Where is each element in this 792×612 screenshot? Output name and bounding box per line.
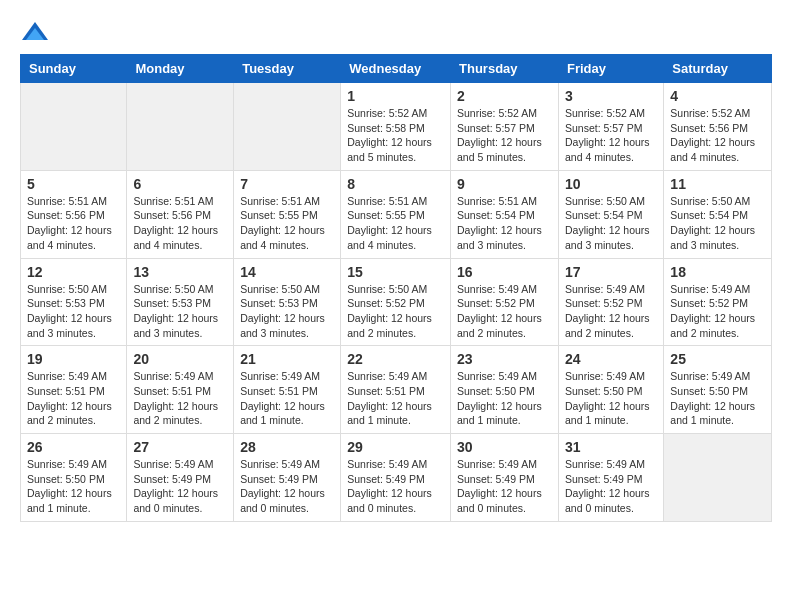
day-number: 6 bbox=[133, 176, 227, 192]
day-info: Sunrise: 5:52 AM Sunset: 5:58 PM Dayligh… bbox=[347, 106, 444, 165]
day-number: 1 bbox=[347, 88, 444, 104]
day-info: Sunrise: 5:50 AM Sunset: 5:52 PM Dayligh… bbox=[347, 282, 444, 341]
calendar-cell: 19Sunrise: 5:49 AM Sunset: 5:51 PM Dayli… bbox=[21, 346, 127, 434]
calendar-cell: 30Sunrise: 5:49 AM Sunset: 5:49 PM Dayli… bbox=[451, 434, 559, 522]
day-info: Sunrise: 5:52 AM Sunset: 5:57 PM Dayligh… bbox=[565, 106, 657, 165]
day-info: Sunrise: 5:49 AM Sunset: 5:50 PM Dayligh… bbox=[565, 369, 657, 428]
week-row-2: 5Sunrise: 5:51 AM Sunset: 5:56 PM Daylig… bbox=[21, 170, 772, 258]
day-number: 25 bbox=[670, 351, 765, 367]
logo-icon bbox=[20, 20, 50, 44]
day-number: 24 bbox=[565, 351, 657, 367]
weekday-header-wednesday: Wednesday bbox=[341, 55, 451, 83]
day-info: Sunrise: 5:49 AM Sunset: 5:51 PM Dayligh… bbox=[240, 369, 334, 428]
day-number: 3 bbox=[565, 88, 657, 104]
day-number: 30 bbox=[457, 439, 552, 455]
day-info: Sunrise: 5:49 AM Sunset: 5:50 PM Dayligh… bbox=[457, 369, 552, 428]
calendar-cell: 15Sunrise: 5:50 AM Sunset: 5:52 PM Dayli… bbox=[341, 258, 451, 346]
calendar-cell bbox=[234, 83, 341, 171]
calendar-cell: 3Sunrise: 5:52 AM Sunset: 5:57 PM Daylig… bbox=[558, 83, 663, 171]
calendar-cell: 9Sunrise: 5:51 AM Sunset: 5:54 PM Daylig… bbox=[451, 170, 559, 258]
day-info: Sunrise: 5:49 AM Sunset: 5:49 PM Dayligh… bbox=[240, 457, 334, 516]
day-number: 13 bbox=[133, 264, 227, 280]
day-info: Sunrise: 5:49 AM Sunset: 5:50 PM Dayligh… bbox=[670, 369, 765, 428]
calendar-cell bbox=[21, 83, 127, 171]
calendar-cell: 26Sunrise: 5:49 AM Sunset: 5:50 PM Dayli… bbox=[21, 434, 127, 522]
logo bbox=[20, 20, 54, 44]
day-number: 2 bbox=[457, 88, 552, 104]
day-info: Sunrise: 5:49 AM Sunset: 5:52 PM Dayligh… bbox=[565, 282, 657, 341]
day-number: 14 bbox=[240, 264, 334, 280]
day-number: 11 bbox=[670, 176, 765, 192]
day-info: Sunrise: 5:49 AM Sunset: 5:49 PM Dayligh… bbox=[457, 457, 552, 516]
calendar-cell: 7Sunrise: 5:51 AM Sunset: 5:55 PM Daylig… bbox=[234, 170, 341, 258]
day-info: Sunrise: 5:49 AM Sunset: 5:52 PM Dayligh… bbox=[457, 282, 552, 341]
calendar-cell: 4Sunrise: 5:52 AM Sunset: 5:56 PM Daylig… bbox=[664, 83, 772, 171]
day-info: Sunrise: 5:50 AM Sunset: 5:53 PM Dayligh… bbox=[27, 282, 120, 341]
header bbox=[20, 20, 772, 44]
calendar-cell: 20Sunrise: 5:49 AM Sunset: 5:51 PM Dayli… bbox=[127, 346, 234, 434]
calendar-cell: 14Sunrise: 5:50 AM Sunset: 5:53 PM Dayli… bbox=[234, 258, 341, 346]
calendar-cell: 24Sunrise: 5:49 AM Sunset: 5:50 PM Dayli… bbox=[558, 346, 663, 434]
day-info: Sunrise: 5:51 AM Sunset: 5:55 PM Dayligh… bbox=[240, 194, 334, 253]
calendar-cell: 22Sunrise: 5:49 AM Sunset: 5:51 PM Dayli… bbox=[341, 346, 451, 434]
calendar-cell: 29Sunrise: 5:49 AM Sunset: 5:49 PM Dayli… bbox=[341, 434, 451, 522]
day-number: 19 bbox=[27, 351, 120, 367]
day-info: Sunrise: 5:49 AM Sunset: 5:52 PM Dayligh… bbox=[670, 282, 765, 341]
day-number: 4 bbox=[670, 88, 765, 104]
calendar-cell: 21Sunrise: 5:49 AM Sunset: 5:51 PM Dayli… bbox=[234, 346, 341, 434]
calendar-cell: 11Sunrise: 5:50 AM Sunset: 5:54 PM Dayli… bbox=[664, 170, 772, 258]
week-row-1: 1Sunrise: 5:52 AM Sunset: 5:58 PM Daylig… bbox=[21, 83, 772, 171]
day-number: 28 bbox=[240, 439, 334, 455]
day-number: 12 bbox=[27, 264, 120, 280]
day-info: Sunrise: 5:52 AM Sunset: 5:56 PM Dayligh… bbox=[670, 106, 765, 165]
day-number: 16 bbox=[457, 264, 552, 280]
day-number: 22 bbox=[347, 351, 444, 367]
calendar-cell: 8Sunrise: 5:51 AM Sunset: 5:55 PM Daylig… bbox=[341, 170, 451, 258]
day-info: Sunrise: 5:49 AM Sunset: 5:51 PM Dayligh… bbox=[347, 369, 444, 428]
calendar-cell: 17Sunrise: 5:49 AM Sunset: 5:52 PM Dayli… bbox=[558, 258, 663, 346]
week-row-3: 12Sunrise: 5:50 AM Sunset: 5:53 PM Dayli… bbox=[21, 258, 772, 346]
calendar-cell: 6Sunrise: 5:51 AM Sunset: 5:56 PM Daylig… bbox=[127, 170, 234, 258]
day-number: 18 bbox=[670, 264, 765, 280]
weekday-header-tuesday: Tuesday bbox=[234, 55, 341, 83]
day-number: 20 bbox=[133, 351, 227, 367]
day-number: 26 bbox=[27, 439, 120, 455]
day-info: Sunrise: 5:49 AM Sunset: 5:49 PM Dayligh… bbox=[565, 457, 657, 516]
day-number: 5 bbox=[27, 176, 120, 192]
day-number: 8 bbox=[347, 176, 444, 192]
day-number: 23 bbox=[457, 351, 552, 367]
weekday-header-monday: Monday bbox=[127, 55, 234, 83]
day-number: 9 bbox=[457, 176, 552, 192]
calendar-cell: 2Sunrise: 5:52 AM Sunset: 5:57 PM Daylig… bbox=[451, 83, 559, 171]
weekday-header-saturday: Saturday bbox=[664, 55, 772, 83]
calendar-cell: 12Sunrise: 5:50 AM Sunset: 5:53 PM Dayli… bbox=[21, 258, 127, 346]
day-info: Sunrise: 5:52 AM Sunset: 5:57 PM Dayligh… bbox=[457, 106, 552, 165]
day-number: 7 bbox=[240, 176, 334, 192]
calendar-cell: 27Sunrise: 5:49 AM Sunset: 5:49 PM Dayli… bbox=[127, 434, 234, 522]
calendar-cell bbox=[664, 434, 772, 522]
day-info: Sunrise: 5:51 AM Sunset: 5:56 PM Dayligh… bbox=[133, 194, 227, 253]
calendar-cell: 16Sunrise: 5:49 AM Sunset: 5:52 PM Dayli… bbox=[451, 258, 559, 346]
weekday-header-row: SundayMondayTuesdayWednesdayThursdayFrid… bbox=[21, 55, 772, 83]
calendar-cell: 18Sunrise: 5:49 AM Sunset: 5:52 PM Dayli… bbox=[664, 258, 772, 346]
weekday-header-sunday: Sunday bbox=[21, 55, 127, 83]
day-number: 21 bbox=[240, 351, 334, 367]
day-number: 31 bbox=[565, 439, 657, 455]
day-number: 15 bbox=[347, 264, 444, 280]
calendar-cell: 1Sunrise: 5:52 AM Sunset: 5:58 PM Daylig… bbox=[341, 83, 451, 171]
weekday-header-thursday: Thursday bbox=[451, 55, 559, 83]
calendar-cell: 23Sunrise: 5:49 AM Sunset: 5:50 PM Dayli… bbox=[451, 346, 559, 434]
day-info: Sunrise: 5:49 AM Sunset: 5:49 PM Dayligh… bbox=[347, 457, 444, 516]
calendar-cell: 25Sunrise: 5:49 AM Sunset: 5:50 PM Dayli… bbox=[664, 346, 772, 434]
calendar-cell: 5Sunrise: 5:51 AM Sunset: 5:56 PM Daylig… bbox=[21, 170, 127, 258]
day-info: Sunrise: 5:51 AM Sunset: 5:56 PM Dayligh… bbox=[27, 194, 120, 253]
day-info: Sunrise: 5:50 AM Sunset: 5:54 PM Dayligh… bbox=[565, 194, 657, 253]
calendar-cell bbox=[127, 83, 234, 171]
day-info: Sunrise: 5:50 AM Sunset: 5:53 PM Dayligh… bbox=[240, 282, 334, 341]
calendar-cell: 31Sunrise: 5:49 AM Sunset: 5:49 PM Dayli… bbox=[558, 434, 663, 522]
day-info: Sunrise: 5:51 AM Sunset: 5:55 PM Dayligh… bbox=[347, 194, 444, 253]
day-info: Sunrise: 5:49 AM Sunset: 5:51 PM Dayligh… bbox=[133, 369, 227, 428]
day-info: Sunrise: 5:50 AM Sunset: 5:54 PM Dayligh… bbox=[670, 194, 765, 253]
day-number: 17 bbox=[565, 264, 657, 280]
day-info: Sunrise: 5:50 AM Sunset: 5:53 PM Dayligh… bbox=[133, 282, 227, 341]
